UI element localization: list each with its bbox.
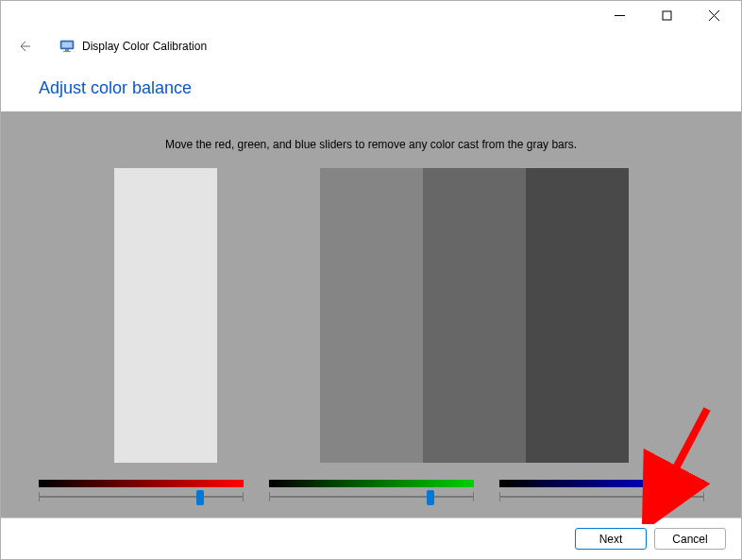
back-button[interactable] bbox=[12, 35, 35, 58]
footer: Next Cancel bbox=[1, 518, 741, 559]
blue-gradient bbox=[499, 480, 704, 487]
minimize-icon bbox=[615, 10, 625, 21]
page-heading: Adjust color balance bbox=[1, 63, 741, 111]
svg-rect-6 bbox=[65, 49, 69, 51]
gray-bar bbox=[526, 168, 629, 463]
gray-bar bbox=[114, 168, 217, 463]
maximize-button[interactable] bbox=[645, 1, 688, 29]
svg-rect-5 bbox=[62, 42, 73, 48]
green-slider-thumb[interactable] bbox=[427, 490, 434, 505]
svg-rect-1 bbox=[663, 11, 671, 20]
gray-bar bbox=[423, 168, 526, 463]
cancel-button[interactable]: Cancel bbox=[654, 528, 726, 550]
green-slider[interactable] bbox=[269, 480, 474, 506]
next-button[interactable]: Next bbox=[575, 528, 647, 550]
gray-bar bbox=[320, 168, 423, 463]
window-title: Display Color Calibration bbox=[82, 40, 207, 53]
gray-bar bbox=[217, 168, 320, 463]
green-gradient bbox=[269, 480, 474, 487]
close-button[interactable] bbox=[692, 1, 735, 29]
blue-slider-thumb[interactable] bbox=[657, 490, 665, 505]
app-icon bbox=[59, 39, 75, 54]
calibration-area: Move the red, green, and blue sliders to… bbox=[1, 111, 741, 519]
maximize-icon bbox=[662, 10, 672, 21]
back-arrow-icon bbox=[16, 39, 31, 54]
monitor-icon bbox=[59, 39, 75, 54]
red-slider-thumb[interactable] bbox=[196, 490, 204, 505]
minimize-button[interactable] bbox=[598, 1, 641, 29]
svg-rect-7 bbox=[63, 51, 71, 52]
blue-slider[interactable] bbox=[499, 480, 704, 506]
close-icon bbox=[709, 10, 719, 21]
instruction-text: Move the red, green, and blue sliders to… bbox=[1, 138, 741, 151]
red-gradient bbox=[39, 480, 244, 487]
gray-bars bbox=[114, 168, 629, 463]
red-slider[interactable] bbox=[39, 480, 244, 506]
